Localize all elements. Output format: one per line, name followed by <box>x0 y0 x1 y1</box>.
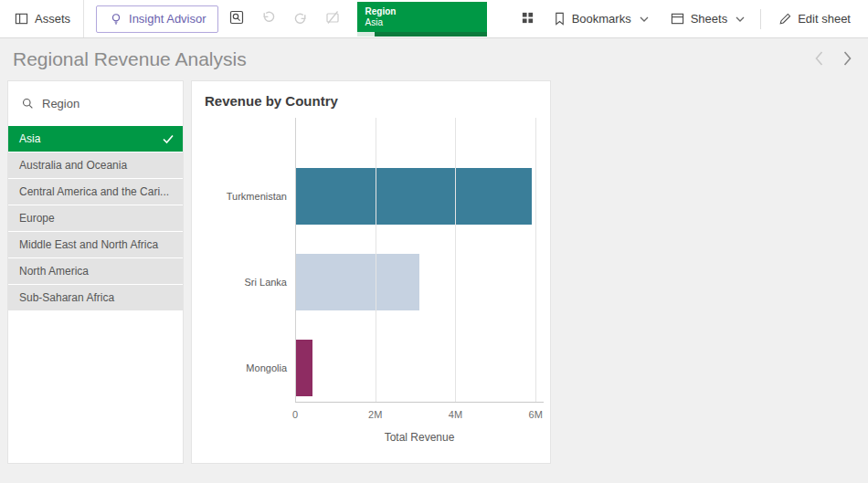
x-tick-label: 2M <box>368 409 382 420</box>
filter-item-sub-saharan-africa[interactable]: Sub-Saharan Africa <box>8 285 183 310</box>
chevron-down-icon <box>736 16 745 22</box>
filter-pane-header[interactable]: Region <box>8 81 183 126</box>
selection-ratio-bar <box>357 32 487 37</box>
sheets-label: Sheets <box>691 12 727 26</box>
filter-item-label: Asia <box>19 132 40 145</box>
search-icon <box>22 98 34 110</box>
filter-list: AsiaAustralia and OceaniaCentral America… <box>8 126 183 310</box>
y-axis-label: Mongolia <box>246 362 287 373</box>
edit-sheet-label: Edit sheet <box>798 12 851 26</box>
sheets-icon <box>671 12 684 26</box>
undo-icon <box>261 10 276 27</box>
toolbar-divider <box>760 9 761 29</box>
insight-advisor-label: Insight Advisor <box>129 12 206 26</box>
clear-selections-icon <box>325 10 340 27</box>
filter-pane-region: Region AsiaAustralia and OceaniaCentral … <box>7 80 184 464</box>
undo-button[interactable] <box>255 5 282 33</box>
insight-advisor-icon <box>110 13 122 26</box>
insight-advisor-button[interactable]: Insight Advisor <box>96 5 218 33</box>
qlik-app-window: Assets Insight Advisor <box>0 0 868 483</box>
gridline <box>376 118 376 402</box>
bar-row: Sri Lanka <box>295 239 544 325</box>
filter-item-label: Europe <box>19 212 55 225</box>
selection-value: Asia <box>365 17 479 28</box>
filter-item-label: Australia and Oceania <box>19 159 127 172</box>
redo-button[interactable] <box>287 5 314 33</box>
next-sheet-button[interactable] <box>843 51 852 68</box>
chevron-left-icon <box>815 51 823 68</box>
bookmark-icon <box>554 12 566 26</box>
chevron-down-icon <box>640 16 649 22</box>
bar-chart-plot: TurkmenistanSri LankaMongolia <box>295 118 544 403</box>
bar-rows: TurkmenistanSri LankaMongolia <box>295 153 544 411</box>
x-tick-label: 0 <box>292 409 298 420</box>
filter-item-australia-and-oceania[interactable]: Australia and Oceania <box>8 152 183 178</box>
selection-ratio-fill <box>357 32 376 37</box>
filter-item-label: North America <box>19 265 89 278</box>
bookmarks-button[interactable]: Bookmarks <box>542 0 659 37</box>
bookmarks-label: Bookmarks <box>572 12 631 26</box>
redo-icon <box>293 12 308 26</box>
selection-field-name: Region <box>365 6 479 17</box>
filter-item-label: Sub-Saharan Africa <box>19 291 114 304</box>
toolbar: Assets Insight Advisor <box>0 0 868 38</box>
assets-panel-icon <box>15 12 28 26</box>
filter-item-label: Middle East and North Africa <box>19 238 158 251</box>
x-axis-ticks: 02M4M6M <box>295 409 544 422</box>
y-axis-label: Sri Lanka <box>245 277 287 288</box>
previous-sheet-button[interactable] <box>815 51 823 68</box>
bar-row: Turkmenistan <box>295 153 544 239</box>
app-objects-grid-button[interactable] <box>514 5 542 33</box>
sheet-canvas: Region AsiaAustralia and OceaniaCentral … <box>0 80 868 483</box>
x-tick-label: 4M <box>449 409 462 420</box>
filter-item-north-america[interactable]: North America <box>8 258 183 284</box>
selection-chip-region[interactable]: Region Asia <box>357 2 487 37</box>
chevron-right-icon <box>843 51 852 68</box>
grid-squares-icon <box>521 11 535 27</box>
gridline <box>455 118 456 402</box>
filter-item-central-america-and-the-cari[interactable]: Central America and the Cari... <box>8 179 183 205</box>
pencil-icon <box>778 13 791 26</box>
sheet-navigation <box>815 51 852 68</box>
bar-turkmenistan[interactable] <box>295 168 532 225</box>
bar-row: Mongolia <box>295 325 544 411</box>
filter-item-europe[interactable]: Europe <box>8 205 183 231</box>
checkmark-icon <box>163 134 174 144</box>
filter-item-asia[interactable]: Asia <box>8 126 183 152</box>
y-axis-label: Turkmenistan <box>227 191 287 202</box>
sheet-header: Regional Revenue Analysis <box>0 38 868 80</box>
sheet-title: Regional Revenue Analysis <box>13 48 247 70</box>
assets-label: Assets <box>35 12 70 26</box>
filter-item-middle-east-and-north-africa[interactable]: Middle East and North Africa <box>8 232 183 257</box>
bar-mongolia[interactable] <box>295 340 312 396</box>
assets-button[interactable]: Assets <box>0 0 84 37</box>
edit-sheet-button[interactable]: Edit sheet <box>767 0 861 37</box>
filter-pane-title: Region <box>42 97 79 110</box>
smart-search-button[interactable] <box>223 5 250 33</box>
clear-selections-button[interactable] <box>319 5 346 33</box>
sheets-button[interactable]: Sheets <box>659 0 755 37</box>
toolbar-right: Bookmarks Sheets Edit sheet <box>510 0 861 37</box>
toolbar-left: Assets Insight Advisor <box>0 0 487 37</box>
gridline <box>295 118 296 402</box>
x-tick-label: 6M <box>529 409 543 420</box>
gridline <box>535 118 536 402</box>
chart-title: Revenue by Country <box>192 81 550 109</box>
x-axis-title: Total Revenue <box>295 431 544 444</box>
bar-chart-card: Revenue by Country TurkmenistanSri Lanka… <box>191 80 551 464</box>
filter-item-label: Central America and the Cari... <box>19 185 169 198</box>
bar-sri-lanka[interactable] <box>295 254 419 310</box>
smart-search-icon <box>229 10 244 27</box>
